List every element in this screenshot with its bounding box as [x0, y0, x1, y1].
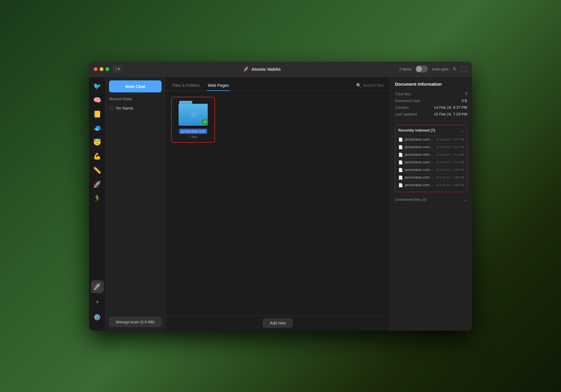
- doc-info-row-total-files: Total files 7: [395, 91, 467, 97]
- indexed-item-4[interactable]: 📄 jamesclear.com/go... 15 Feb 24, 7:30 P…: [398, 166, 464, 174]
- doc-info-title: Document Information: [395, 82, 467, 87]
- right-panel: Document Information Total files 7 Docum…: [390, 77, 472, 331]
- file-url-0: jamesclear.com/rei...: [405, 137, 434, 141]
- file-url-4: jamesclear.com/go...: [405, 168, 434, 172]
- file-icon-6: 📄: [398, 183, 403, 187]
- doc-info-value-created: 14 Feb 24, 8:37 PM: [434, 105, 467, 110]
- file-icon-5: 📄: [398, 175, 403, 180]
- sidebar-item-notepad[interactable]: 📒: [91, 108, 104, 121]
- file-date-1: 15 Feb 24, 7:31 PM: [436, 145, 464, 149]
- file-date-3: 15 Feb 24, 7:31 PM: [436, 160, 464, 164]
- sidebar-item-settings[interactable]: ⚙️: [91, 311, 104, 324]
- icon-sidebar: 🐦 🧠 📒 🧢 😇 💪 ✏️ 🚀 🏃 🚀 ＋ ⚙️: [89, 77, 105, 331]
- folder-star: ✳: [188, 107, 199, 122]
- file-date-2: 15 Feb 24, 7:31 PM: [436, 153, 464, 156]
- tabs-bar: Files & Folders Web Pages 🔍 Search files: [165, 77, 390, 91]
- folder-name: jamesclear.com: [179, 129, 207, 134]
- file-date-0: 15 Feb 24, 7:32 PM: [436, 138, 464, 141]
- search-placeholder: Search files: [363, 83, 384, 88]
- folder-badge: ✔: [202, 119, 208, 125]
- sidebar-item-edit[interactable]: ✏️: [91, 164, 104, 177]
- tab-web-pages[interactable]: Web Pages: [207, 80, 230, 91]
- close-button[interactable]: [94, 67, 98, 71]
- section-divider: [395, 121, 467, 121]
- doc-info-row-doc-size: Document size 0 B: [395, 97, 467, 104]
- folder-item-jamesclear[interactable]: ✳ ✔ jamesclear.com 7 files: [171, 97, 215, 143]
- unindexed-section: Unindexed files (0) ⌄: [395, 195, 467, 204]
- file-icon-0: 📄: [398, 137, 403, 142]
- doc-info-row-updated: Last updated 15 Feb 24, 7:29 PM: [395, 111, 467, 118]
- search-bar[interactable]: 🔍 Search files: [356, 83, 384, 88]
- search-icon: 🔍: [356, 83, 361, 88]
- folder-icon-wrap: ✳ ✔: [179, 101, 208, 126]
- toggle-knob: [416, 66, 422, 72]
- layout-icon[interactable]: [461, 67, 467, 71]
- add-new-button[interactable]: Add new: [263, 318, 292, 328]
- doc-info-label-created: Created: [395, 105, 408, 110]
- sidebar-item-cap[interactable]: 🧢: [91, 122, 104, 135]
- sidebar-item-rocket2[interactable]: 🚀: [91, 280, 104, 293]
- chat-panel-bottom: Manage brain (5.9 MB): [105, 313, 165, 331]
- chat-item-label: No Name: [116, 106, 133, 110]
- tabs-right: 🔍 Search files: [356, 83, 384, 91]
- refresh-icon[interactable]: ↻: [453, 66, 457, 72]
- content-area: Files & Folders Web Pages 🔍 Search files…: [165, 77, 390, 331]
- folder-count: 7 files: [189, 135, 198, 139]
- sidebar-item-angel[interactable]: 😇: [91, 136, 104, 149]
- sidebar-item-muscle[interactable]: 💪: [91, 150, 104, 163]
- indexed-collapse-button[interactable]: ⌄: [460, 128, 464, 133]
- sidebar-item-add[interactable]: ＋: [91, 296, 104, 308]
- doc-info-row-created: Created 14 Feb 24, 8:37 PM: [395, 104, 467, 111]
- fullscreen-button[interactable]: [105, 67, 109, 71]
- sidebar-item-rocket1[interactable]: 🚀: [91, 178, 104, 191]
- file-url-2: jamesclear.com/goa...: [405, 153, 434, 157]
- indexed-item-1[interactable]: 📄 jamesclear.com/con... 15 Feb 24, 7:31 …: [398, 143, 464, 151]
- recently-indexed-section: Recently indexed (7) ⌄ 📄 jamesclear.com/…: [395, 125, 467, 192]
- sidebar-item-runner[interactable]: 🏃: [91, 192, 104, 205]
- unindexed-title: Unindexed files (0): [395, 197, 427, 202]
- doc-info-label-total-files: Total files: [395, 92, 411, 96]
- new-chat-button[interactable]: New Chat: [109, 80, 162, 92]
- file-icon-3: 📄: [398, 160, 403, 165]
- recent-chats-label: Recent Chats: [105, 96, 165, 103]
- sidebar-toggle-icon: [116, 67, 120, 71]
- manage-brain-button[interactable]: Manage brain (5.9 MB): [109, 317, 162, 327]
- autosync-toggle[interactable]: [415, 65, 428, 72]
- chat-item-no-name[interactable]: No Name: [105, 103, 165, 113]
- window-title: 🚀 Atomic Habits: [125, 66, 399, 72]
- tab-files-folders[interactable]: Files & Folders: [171, 80, 201, 91]
- traffic-lights: [94, 67, 109, 71]
- titlebar-right: 2 items Auto-sync ↻: [399, 65, 467, 72]
- doc-info-label-doc-size: Document size: [395, 99, 420, 103]
- indexed-item-6[interactable]: 📄 jamesclear.com/go... 15 Feb 24, 7:30 P…: [398, 181, 464, 189]
- indexed-title: Recently indexed (7): [398, 128, 435, 132]
- sidebar-toggle-button[interactable]: [113, 66, 122, 72]
- chat-panel: New Chat Recent Chats No Name Manage bra…: [105, 77, 165, 331]
- file-date-4: 15 Feb 24, 7:30 PM: [436, 168, 464, 172]
- title-text: Atomic Habits: [251, 67, 281, 72]
- main-area: 🐦 🧠 📒 🧢 😇 💪 ✏️ 🚀 🏃 🚀 ＋ ⚙️ New Chat Recen…: [89, 77, 472, 331]
- file-url-3: jamesclear.com/hap...: [405, 160, 434, 164]
- doc-info-value-total-files: 7: [465, 92, 467, 96]
- file-url-6: jamesclear.com/go...: [405, 183, 434, 187]
- file-date-6: 15 Feb 24, 7:30 PM: [436, 183, 464, 187]
- file-date-5: 15 Feb 24, 7:30 PM: [436, 176, 464, 179]
- doc-info-label-updated: Last updated: [395, 112, 417, 116]
- content-bottom: Add new: [165, 315, 390, 331]
- indexed-item-0[interactable]: 📄 jamesclear.com/rei... 15 Feb 24, 7:32 …: [398, 136, 464, 143]
- file-icon-2: 📄: [398, 153, 403, 157]
- indexed-item-2[interactable]: 📄 jamesclear.com/goa... 15 Feb 24, 7:31 …: [398, 151, 464, 158]
- doc-info-value-updated: 15 Feb 24, 7:29 PM: [434, 112, 467, 116]
- autosync-label: Auto-sync: [432, 67, 449, 71]
- sidebar-item-brain[interactable]: 🧠: [91, 94, 104, 107]
- indexed-item-5[interactable]: 📄 jamesclear.com/go... 15 Feb 24, 7:30 P…: [398, 174, 464, 181]
- file-icon-4: 📄: [398, 168, 403, 172]
- titlebar: 🚀 Atomic Habits 2 items Auto-sync ↻: [89, 62, 472, 77]
- file-grid: ✳ ✔ jamesclear.com 7 files: [165, 91, 390, 315]
- minimize-button[interactable]: [100, 67, 103, 71]
- indexed-header: Recently indexed (7) ⌄: [398, 128, 464, 133]
- indexed-item-3[interactable]: 📄 jamesclear.com/hap... 15 Feb 24, 7:31 …: [398, 158, 464, 166]
- file-icon-1: 📄: [398, 145, 403, 149]
- unindexed-collapse-button[interactable]: ⌄: [464, 197, 467, 202]
- sidebar-item-bird[interactable]: 🐦: [91, 80, 104, 93]
